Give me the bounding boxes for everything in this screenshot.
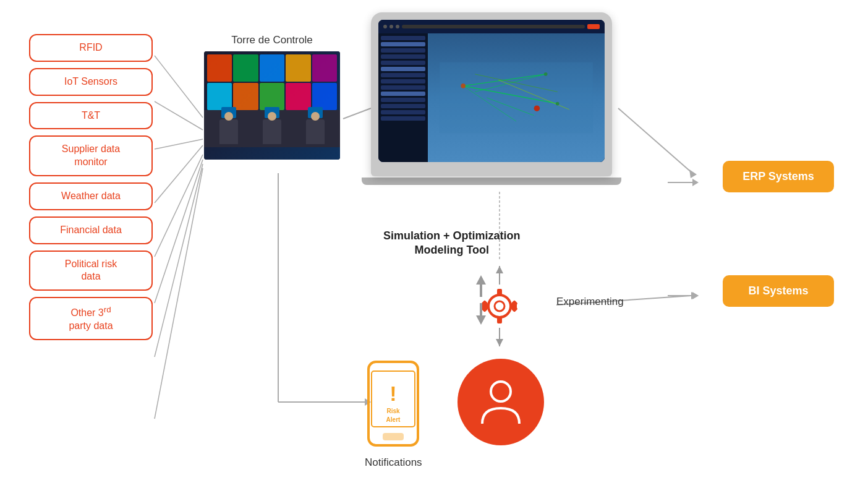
- input-box-rfid: RFID: [29, 34, 153, 62]
- svg-point-35: [544, 72, 548, 76]
- erp-systems-box: ERP Systems: [723, 161, 834, 192]
- input-box-weather: Weather data: [29, 182, 153, 210]
- map-svg: [428, 33, 605, 162]
- laptop-outer: [371, 12, 612, 176]
- map-sidebar: [378, 33, 428, 162]
- svg-marker-49: [476, 315, 486, 325]
- svg-point-34: [461, 84, 466, 88]
- input-box-financial: Financial data: [29, 216, 153, 244]
- svg-text:Risk: Risk: [387, 408, 401, 414]
- svg-line-0: [155, 56, 203, 118]
- svg-rect-56: [383, 433, 404, 440]
- laptop-section: [371, 12, 621, 185]
- phone-icon: ! Risk Alert: [365, 359, 421, 452]
- svg-rect-38: [480, 285, 482, 297]
- left-input-column: RFID IoT Sensors T&T Supplier datamonito…: [29, 34, 153, 340]
- svg-rect-42: [497, 317, 502, 323]
- svg-marker-37: [476, 275, 486, 285]
- svg-line-1: [155, 101, 203, 130]
- svg-marker-22: [496, 339, 503, 346]
- input-box-iot: IoT Sensors: [29, 68, 153, 96]
- map-content: [378, 20, 605, 162]
- svg-text:Alert: Alert: [386, 416, 401, 423]
- svg-line-5: [155, 160, 203, 303]
- diagram-container: RFID IoT Sensors T&T Supplier datamonito…: [0, 0, 868, 501]
- svg-line-7: [155, 168, 203, 419]
- torre-section: Torre de Controle: [204, 34, 340, 160]
- erp-label: ERP Systems: [742, 170, 814, 182]
- input-box-tnt: T&T: [29, 102, 153, 130]
- laptop-screen: [378, 20, 605, 162]
- svg-point-57: [491, 382, 511, 401]
- person-circle: [457, 359, 544, 445]
- svg-point-40: [495, 301, 504, 311]
- map-header: [378, 20, 605, 33]
- svg-line-2: [155, 139, 203, 149]
- svg-line-24: [618, 108, 692, 173]
- svg-marker-18: [691, 292, 699, 299]
- svg-line-4: [155, 155, 203, 257]
- torre-label: Torre de Controle: [204, 34, 340, 46]
- notification-section: ! Risk Alert Notifications: [365, 359, 422, 469]
- input-box-supplier: Supplier datamonitor: [29, 135, 153, 176]
- bi-label: BI Systems: [748, 285, 808, 297]
- laptop-base: [362, 178, 621, 185]
- notifications-label: Notifications: [365, 456, 422, 469]
- svg-line-8: [343, 108, 371, 119]
- svg-point-36: [556, 102, 560, 106]
- simulation-line2: Modeling Tool: [414, 244, 489, 256]
- person-section: [457, 359, 544, 445]
- svg-rect-41: [497, 289, 502, 295]
- gear-icon: [469, 266, 530, 334]
- svg-point-39: [488, 295, 511, 317]
- svg-marker-14: [692, 179, 699, 186]
- experimenting-label: Experimenting: [556, 296, 624, 308]
- torre-image: [204, 51, 340, 160]
- svg-marker-16: [692, 292, 699, 299]
- svg-text:!: !: [390, 382, 397, 405]
- input-box-other: Other 3rdparty data: [29, 297, 153, 340]
- map-area: [428, 33, 605, 162]
- simulation-label: Simulation + Optimization Modeling Tool: [383, 229, 521, 258]
- bi-systems-box: BI Systems: [723, 275, 834, 307]
- svg-marker-25: [689, 169, 697, 178]
- simulation-line1: Simulation + Optimization: [383, 229, 521, 242]
- control-room-visual: [204, 51, 340, 160]
- svg-line-6: [155, 164, 203, 357]
- svg-point-33: [534, 105, 540, 111]
- gear-section: [469, 266, 530, 336]
- person-icon: [473, 374, 529, 430]
- input-box-political: Political riskdata: [29, 250, 153, 291]
- svg-rect-50: [480, 303, 482, 315]
- svg-line-3: [155, 145, 203, 203]
